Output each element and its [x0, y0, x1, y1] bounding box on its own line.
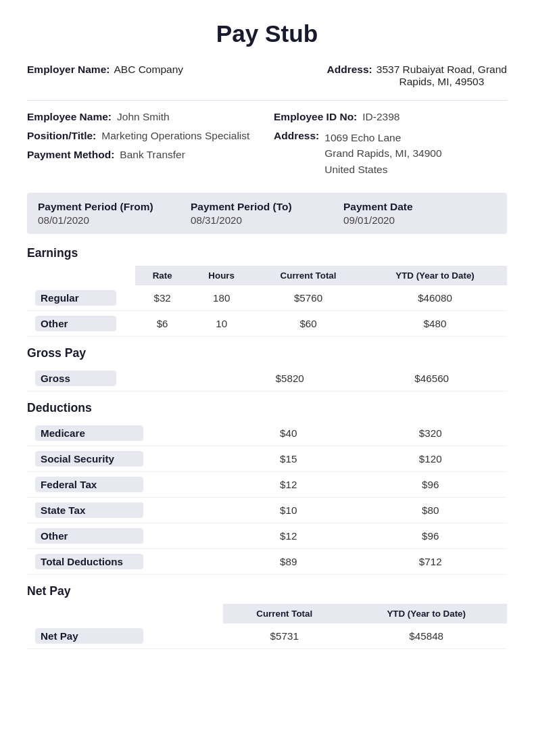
netpay-label: Net Pay: [35, 628, 143, 644]
employee-right-block: Employee ID No: ID-2398 Address: 1069 Ec…: [274, 108, 507, 181]
deductions-row-ytd: $96: [354, 471, 507, 497]
deductions-row-label: Medicare: [27, 421, 223, 446]
payment-period-to: Payment Period (To) 08/31/2020: [191, 201, 343, 226]
earnings-col-empty: [27, 266, 135, 285]
employer-address-block: Address: 3537 Rubaiyat Road, GrandRapids…: [327, 64, 507, 88]
deductions-row-ytd: $712: [354, 548, 507, 574]
deductions-row-ytd: $80: [354, 497, 507, 523]
gross-label: Gross: [35, 371, 116, 386]
deductions-row-current: $12: [223, 471, 354, 497]
payment-date: Payment Date 09/01/2020: [343, 201, 496, 226]
payment-method-value: Bank Transfer: [120, 149, 185, 161]
employee-address-value: 1069 Echo Lane Grand Rapids, MI, 34900 U…: [324, 130, 441, 177]
earnings-row: Other $6 10 $60 $480: [27, 310, 507, 336]
employee-info-grid: Employee Name: John Smith Position/Title…: [27, 108, 507, 181]
net-pay-section-title: Net Pay: [27, 584, 507, 598]
employee-address-label: Address:: [274, 130, 319, 142]
earnings-row-rate: $6: [135, 310, 189, 336]
employee-name-value: John Smith: [117, 111, 170, 123]
earnings-col-rate: Rate: [135, 266, 189, 285]
gross-table: Gross $5820 $46560: [27, 366, 507, 392]
deductions-row-label: State Tax: [27, 497, 223, 523]
netpay-col-current: Current Total: [223, 604, 345, 623]
payment-period-from: Payment Period (From) 08/01/2020: [38, 201, 191, 226]
netpay-table: Current Total YTD (Year to Date) Net Pay…: [27, 604, 507, 649]
position-value: Marketing Operations Specialist: [101, 130, 249, 142]
pp-to-label: Payment Period (To): [191, 201, 343, 213]
gross-row: Gross $5820 $46560: [27, 366, 507, 392]
pp-date-value: 09/01/2020: [343, 214, 496, 226]
earnings-row-current: $60: [253, 310, 363, 336]
deductions-row: Federal Tax $12 $96: [27, 471, 507, 497]
deductions-row-current: $10: [223, 497, 354, 523]
earnings-row-ytd: $46080: [363, 285, 507, 311]
deductions-row: State Tax $10 $80: [27, 497, 507, 523]
gross-current: $5820: [223, 366, 356, 392]
deductions-row-current: $15: [223, 446, 354, 471]
pp-from-value: 08/01/2020: [38, 214, 191, 226]
employer-name-label: Employer Name:: [27, 64, 110, 76]
pp-to-value: 08/31/2020: [191, 214, 343, 226]
deductions-row-ytd: $96: [354, 523, 507, 548]
deductions-row: Social Security $15 $120: [27, 446, 507, 471]
earnings-col-current: Current Total: [253, 266, 363, 285]
deductions-row-ytd: $120: [354, 446, 507, 471]
netpay-col-ytd: YTD (Year to Date): [345, 604, 507, 623]
earnings-row: Regular $32 180 $5760 $46080: [27, 285, 507, 311]
payment-period-bar: Payment Period (From) 08/01/2020 Payment…: [27, 193, 507, 234]
earnings-table: Rate Hours Current Total YTD (Year to Da…: [27, 266, 507, 337]
deductions-row-label: Social Security: [27, 446, 223, 471]
employee-name-label: Employee Name:: [27, 111, 112, 123]
employee-name-block: Employee Name: John Smith Position/Title…: [27, 108, 260, 181]
earnings-row-ytd: $480: [363, 310, 507, 336]
page-title: Pay Stub: [27, 20, 507, 47]
earnings-row-hours: 180: [189, 285, 253, 311]
netpay-row: Net Pay $5731 $45848: [27, 623, 507, 649]
position-label: Position/Title:: [27, 130, 96, 142]
deductions-row: Other $12 $96: [27, 523, 507, 548]
deductions-row-current: $12: [223, 523, 354, 548]
payment-method-label: Payment Method:: [27, 149, 114, 161]
employee-id-label: Employee ID No:: [274, 111, 357, 123]
earnings-col-ytd: YTD (Year to Date): [363, 266, 507, 285]
earnings-row-label: Other: [27, 310, 135, 336]
gross-ytd: $46560: [356, 366, 507, 392]
earnings-row-rate: $32: [135, 285, 189, 311]
employer-name-value: ABC Company: [114, 64, 183, 76]
gross-label-cell: Gross: [27, 366, 223, 392]
earnings-row-current: $5760: [253, 285, 363, 311]
earnings-col-hours: Hours: [189, 266, 253, 285]
deductions-row-label: Total Deductions: [27, 548, 223, 574]
netpay-ytd: $45848: [345, 623, 507, 649]
earnings-row-label: Regular: [27, 285, 135, 311]
employer-name-block: Employer Name: ABC Company: [27, 64, 183, 76]
employer-address-label: Address:: [327, 64, 372, 76]
earnings-section-title: Earnings: [27, 246, 507, 260]
deductions-row: Total Deductions $89 $712: [27, 548, 507, 574]
earnings-row-hours: 10: [189, 310, 253, 336]
employer-info: Employer Name: ABC Company Address: 3537…: [27, 64, 507, 88]
deductions-row-ytd: $320: [354, 421, 507, 446]
deductions-section-title: Deductions: [27, 401, 507, 415]
deductions-row-current: $40: [223, 421, 354, 446]
deductions-row-label: Federal Tax: [27, 471, 223, 497]
gross-pay-section-title: Gross Pay: [27, 346, 507, 360]
pp-date-label: Payment Date: [343, 201, 496, 213]
employer-address-value: 3537 Rubaiyat Road, GrandRapids, MI, 495…: [377, 64, 507, 88]
pp-from-label: Payment Period (From): [38, 201, 191, 213]
employee-id-value: ID-2398: [362, 111, 399, 123]
deductions-row-current: $89: [223, 548, 354, 574]
deductions-table: Medicare $40 $320 Social Security $15 $1…: [27, 421, 507, 575]
divider-1: [27, 100, 507, 101]
deductions-row-label: Other: [27, 523, 223, 548]
netpay-label-cell: Net Pay: [27, 623, 223, 649]
deductions-row: Medicare $40 $320: [27, 421, 507, 446]
netpay-col-empty: [27, 604, 223, 623]
netpay-current: $5731: [223, 623, 345, 649]
